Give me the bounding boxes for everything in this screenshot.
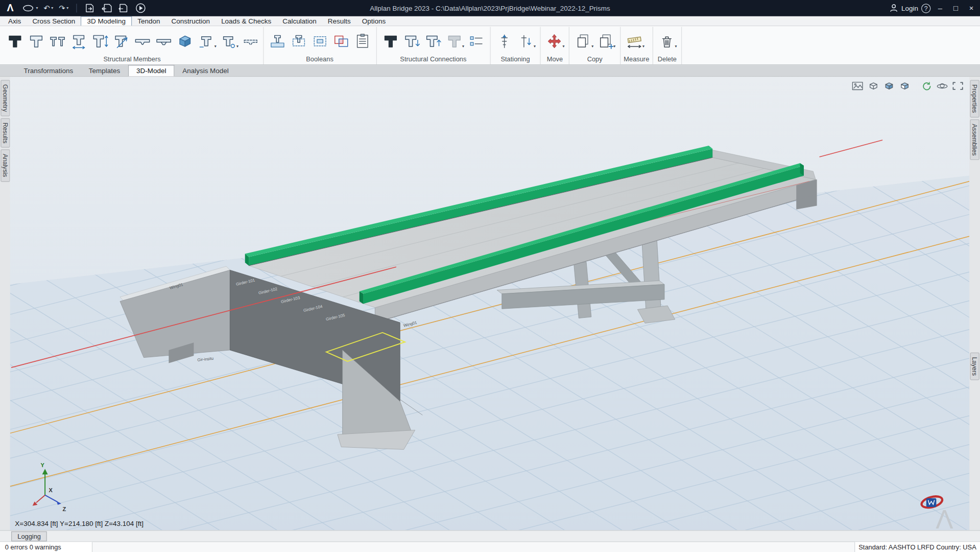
doc-tab-3d-model[interactable]: 3D-Model: [128, 65, 174, 76]
boolean-attach-icon[interactable]: [267, 28, 288, 54]
ribbon-group-move: ▾ Move: [541, 27, 570, 64]
girder-double-icon[interactable]: [47, 28, 68, 54]
sidebar-tab-analysis[interactable]: Analysis: [1, 150, 10, 182]
dropdown-caret-icon[interactable]: ▾: [563, 43, 565, 49]
girder-solid-icon[interactable]: [5, 28, 26, 54]
boolean-list-icon[interactable]: [351, 28, 373, 54]
dropdown-caret-icon[interactable]: ▾: [214, 43, 217, 49]
maximize-button[interactable]: □: [949, 2, 962, 14]
run-calculation-button[interactable]: [132, 1, 149, 15]
boolean-cut-icon[interactable]: [288, 28, 309, 54]
redo-icon: ↷: [59, 4, 65, 12]
girder-width-icon[interactable]: [68, 28, 89, 54]
ribbon-group-measure: ▾ Measure: [620, 27, 653, 64]
minimize-button[interactable]: –: [934, 2, 946, 14]
dropdown-caret-icon[interactable]: ▾: [236, 43, 238, 49]
export-button[interactable]: [115, 1, 132, 15]
girder-height-icon[interactable]: [89, 28, 111, 54]
refresh-view-button[interactable]: [920, 81, 934, 91]
redo-button[interactable]: ↷ ▾: [56, 1, 71, 15]
close-button[interactable]: ×: [965, 2, 977, 14]
ribbon-group-delete: ▾ Delete: [653, 27, 682, 64]
ribbon-group-label: Delete: [656, 55, 678, 64]
connection-solid-icon[interactable]: [380, 28, 401, 54]
copy-icon[interactable]: [572, 28, 594, 54]
fullscreen-button[interactable]: [951, 81, 965, 91]
boolean-region-icon[interactable]: [309, 28, 330, 54]
dropdown-caret-icon[interactable]: ▾: [591, 43, 593, 49]
tab-options[interactable]: Options: [356, 16, 391, 26]
help-button[interactable]: ?: [921, 4, 930, 13]
dropdown-caret-icon[interactable]: ▾: [66, 6, 68, 10]
titlebar-separator: [76, 4, 77, 12]
login-button[interactable]: Login: [889, 3, 918, 13]
tab-calculation[interactable]: Calculation: [277, 16, 322, 26]
status-standard: Standard: AASHTO LRFD Country: USA: [854, 542, 980, 552]
slab-variant-icon[interactable]: [240, 28, 261, 54]
measure-icon[interactable]: [624, 28, 645, 54]
user-icon: [889, 3, 899, 13]
shape-tool-button[interactable]: ▾: [20, 1, 41, 15]
move-icon[interactable]: [544, 28, 565, 54]
prism-icon[interactable]: [174, 28, 196, 54]
station-insert-icon[interactable]: [494, 28, 515, 54]
tab-tendon[interactable]: Tendon: [132, 16, 165, 26]
doc-tab-templates[interactable]: Templates: [81, 65, 128, 76]
allplan-logo: Λ: [3, 3, 19, 14]
shaded-view-button[interactable]: [882, 81, 896, 91]
ribbon-group-label: Stationing: [494, 55, 537, 64]
station-edit-icon[interactable]: [515, 28, 536, 54]
undo-button[interactable]: ↶ ▾: [41, 1, 56, 15]
girder-outline-icon[interactable]: [26, 28, 47, 54]
status-errors: 0 errors 0 warnings: [0, 542, 92, 552]
tab-axis[interactable]: Axis: [3, 16, 27, 26]
ribbon-group-label: Booleans: [267, 55, 373, 64]
girder-variant-a-icon[interactable]: [196, 28, 217, 54]
tab-construction[interactable]: Construction: [165, 16, 216, 26]
dropdown-caret-icon[interactable]: ▾: [51, 6, 53, 10]
slab-haunch-icon[interactable]: [153, 28, 175, 54]
sidebar-tab-results[interactable]: Results: [1, 118, 10, 148]
view-toolbar: [851, 81, 965, 91]
connection-disabled-icon[interactable]: [443, 28, 465, 54]
titlebar: Λ ▾ ↶ ▾ ↷ ▾: [0, 0, 980, 16]
sidebar-tab-geometry[interactable]: Geometry: [1, 80, 10, 117]
dropdown-caret-icon[interactable]: ▾: [642, 43, 644, 49]
dropdown-caret-icon[interactable]: ▾: [613, 43, 615, 49]
tab-3d-modeling[interactable]: 3D Modeling: [81, 16, 132, 26]
watermark-lambda: Λ: [936, 504, 953, 531]
tab-loads-checks[interactable]: Loads & Checks: [216, 16, 277, 26]
slab-icon[interactable]: [132, 28, 153, 54]
sidebar-tab-layers[interactable]: Layers: [970, 352, 979, 380]
half-section-view-button[interactable]: [898, 81, 912, 91]
logging-tab[interactable]: Logging: [11, 531, 47, 541]
orbit-view-button[interactable]: [936, 81, 949, 91]
girder-skew-icon[interactable]: [111, 28, 132, 54]
boolean-intersect-icon[interactable]: [330, 28, 352, 54]
logging-row: Logging: [0, 530, 980, 541]
girder-variant-b-icon[interactable]: [218, 28, 239, 54]
left-panel-strip: Geometry Results Analysis: [0, 77, 10, 530]
dropdown-caret-icon[interactable]: ▾: [36, 6, 38, 10]
tab-cross-section[interactable]: Cross Section: [27, 16, 81, 26]
ribbon-group-label: Structural Members: [5, 55, 260, 64]
sidebar-tab-properties[interactable]: Properties: [970, 80, 979, 118]
import-button[interactable]: [99, 1, 115, 15]
doc-tab-transformations[interactable]: Transformations: [16, 65, 81, 76]
tab-results[interactable]: Results: [322, 16, 356, 26]
dropdown-caret-icon[interactable]: ▾: [534, 43, 536, 49]
sidebar-tab-assemblies[interactable]: Assemblies: [970, 119, 979, 160]
connection-up-icon[interactable]: [422, 28, 444, 54]
export-image-button[interactable]: [851, 81, 865, 91]
dropdown-caret-icon[interactable]: ▾: [462, 43, 464, 49]
axis-gizmo: Y X Z: [30, 460, 70, 515]
copy-special-icon[interactable]: [595, 28, 616, 54]
doc-tab-analysis-model[interactable]: Analysis Model: [175, 65, 236, 76]
connection-list-icon[interactable]: [466, 28, 487, 54]
connection-down-icon[interactable]: [401, 28, 422, 54]
dropdown-caret-icon[interactable]: ▾: [675, 43, 677, 49]
3d-scene-canvas[interactable]: Wing01 Girder-101 Girder-102 Girder-103 …: [10, 77, 970, 530]
delete-icon[interactable]: [656, 28, 678, 54]
view-cube-button[interactable]: [867, 81, 880, 91]
open-project-button[interactable]: [82, 1, 98, 15]
